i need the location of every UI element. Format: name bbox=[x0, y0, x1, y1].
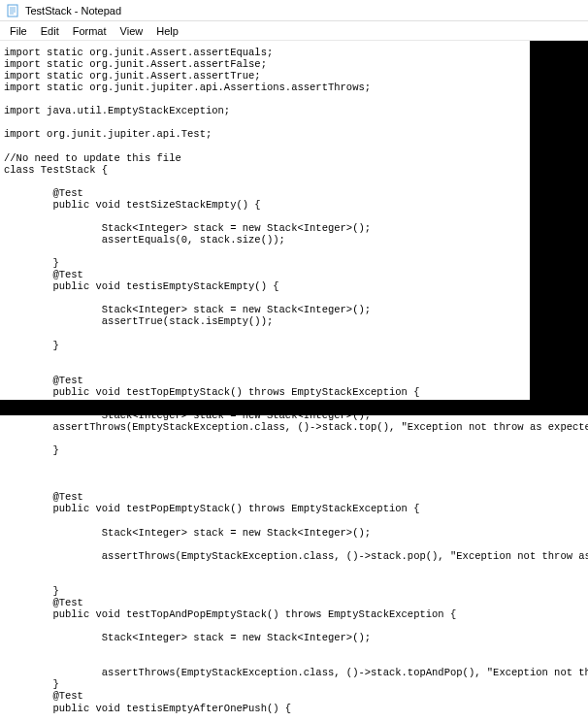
menu-format[interactable]: Format bbox=[67, 23, 113, 39]
menu-view[interactable]: View bbox=[114, 23, 149, 39]
title-bar: TestStack - Notepad bbox=[0, 0, 588, 21]
menu-bar: File Edit Format View Help bbox=[0, 21, 588, 41]
menu-file[interactable]: File bbox=[4, 23, 33, 39]
editor-wrap: import static org.junit.Assert.assertEqu… bbox=[0, 41, 588, 722]
notepad-icon bbox=[6, 4, 19, 17]
menu-help[interactable]: Help bbox=[150, 23, 184, 39]
menu-edit[interactable]: Edit bbox=[35, 23, 65, 39]
editor-area[interactable]: import static org.junit.Assert.assertEqu… bbox=[0, 41, 588, 722]
window-title: TestStack - Notepad bbox=[25, 5, 121, 16]
svg-rect-0 bbox=[8, 5, 17, 16]
